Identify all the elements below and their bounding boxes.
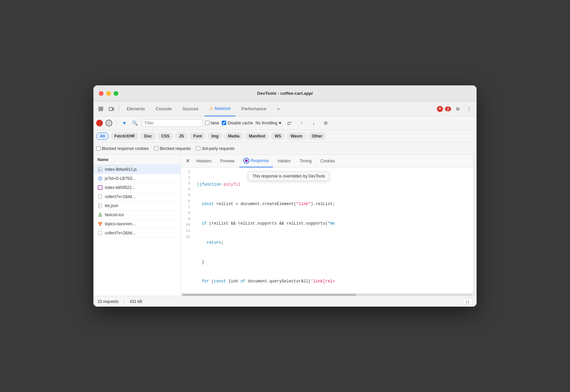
- js-icon: js: [97, 167, 103, 172]
- filter-media[interactable]: Media: [224, 132, 243, 140]
- svg-rect-6: [113, 108, 114, 110]
- inspector-icon[interactable]: [96, 104, 106, 114]
- preserve-log-label[interactable]: false: [205, 121, 219, 125]
- file-item-3[interactable]: collect?v=2&tid...: [93, 192, 180, 201]
- file-item-4[interactable]: {} list.json: [93, 201, 180, 210]
- filter-manifest[interactable]: Manifest: [245, 132, 269, 140]
- throttle-select[interactable]: No throttling ▼: [256, 121, 282, 125]
- line-num-9: 9: [185, 216, 190, 222]
- third-party-label[interactable]: 3rd-party requests: [196, 146, 234, 151]
- file-name-1: js?id=G-LB75G...: [105, 176, 136, 181]
- svg-point-7: [288, 124, 289, 125]
- minimize-button[interactable]: [106, 91, 111, 96]
- vertical-scrollbar[interactable]: [473, 155, 477, 296]
- error-count: 2: [445, 107, 451, 111]
- detail-tab-preview[interactable]: Preview: [216, 155, 239, 167]
- google-icon: [97, 176, 103, 181]
- clear-button[interactable]: ∅: [106, 120, 112, 126]
- tab-network[interactable]: ⚠ Network: [205, 102, 236, 116]
- warning-icon: ⚠: [209, 106, 213, 111]
- record-button[interactable]: [96, 120, 103, 126]
- svg-rect-15: [98, 195, 102, 199]
- svg-rect-1: [101, 107, 103, 109]
- filter-all[interactable]: All: [96, 132, 109, 140]
- svg-marker-18: [99, 213, 101, 216]
- svg-point-19: [98, 222, 100, 224]
- divider-1: [119, 106, 119, 112]
- network-conditions-icon[interactable]: [285, 118, 294, 128]
- tab-elements[interactable]: Elements: [122, 102, 150, 116]
- upload-icon[interactable]: ↑: [297, 118, 306, 128]
- detail-tab-headers[interactable]: Headers: [192, 155, 215, 167]
- blocked-requests-checkbox[interactable]: [154, 146, 158, 151]
- filter-other[interactable]: Other: [308, 132, 326, 140]
- detail-tab-response[interactable]: Response: [239, 155, 273, 167]
- tab-console[interactable]: Console: [151, 102, 176, 116]
- detail-tab-initiator[interactable]: Initiator: [274, 155, 295, 167]
- disable-cache-checkbox[interactable]: [222, 121, 226, 125]
- status-divider: [124, 299, 124, 304]
- filter-img[interactable]: Img: [208, 132, 222, 140]
- filter-css[interactable]: CSS: [158, 132, 173, 140]
- filter-ws[interactable]: WS: [271, 132, 285, 140]
- svg-point-21: [99, 224, 101, 226]
- file-item-0[interactable]: js index-8bfa4912.js: [93, 165, 180, 174]
- line-num-7: 7: [185, 204, 190, 210]
- response-record-icon: [243, 158, 249, 164]
- detail-close-button[interactable]: ✕: [184, 157, 192, 165]
- filter-fetch-xhr[interactable]: Fetch/XHR: [111, 132, 138, 140]
- format-button[interactable]: { }: [462, 298, 473, 305]
- preserve-log-checkbox[interactable]: [205, 121, 209, 125]
- file-item-6[interactable]: topics-taxonom...: [93, 220, 180, 229]
- svg-rect-2: [99, 109, 100, 111]
- tab-more[interactable]: »: [273, 102, 284, 116]
- line-numbers: 1 2 3 4 5 6 7 8 9 10 11 12: [181, 169, 194, 293]
- code-line-1: |(function polyfil: [197, 182, 335, 188]
- code-panel[interactable]: 1 2 3 4 5 6 7 8 9 10 11 12 |(funct: [181, 167, 473, 293]
- filter-wasm[interactable]: Wasm: [287, 132, 306, 140]
- blocked-cookies-label[interactable]: Blocked response cookies: [96, 146, 149, 151]
- network-settings-icon[interactable]: ⚙: [321, 118, 330, 128]
- svg-point-20: [100, 222, 102, 224]
- request-count: 10 requests: [97, 299, 119, 304]
- line-num-1: 1: [185, 169, 190, 175]
- third-party-checkbox[interactable]: [196, 146, 200, 151]
- file-item-1[interactable]: js?id=G-LB75G...: [93, 174, 180, 183]
- disable-cache-label[interactable]: Disable cache: [222, 121, 253, 125]
- file-item-7[interactable]: collect?v=2&tid...: [93, 229, 180, 238]
- more-options-icon[interactable]: ⋮: [464, 104, 474, 114]
- horizontal-scrollbar[interactable]: [181, 293, 473, 296]
- tab-performance[interactable]: Performance: [237, 102, 271, 116]
- blocked-cookies-checkbox[interactable]: [96, 146, 100, 151]
- tab-sources[interactable]: Sources: [178, 102, 203, 116]
- blocked-requests-label[interactable]: Blocked requests: [154, 146, 191, 151]
- filter-doc[interactable]: Doc: [140, 132, 156, 140]
- main-content: Name js index-8bfa4912.js js?id=G-LB75G.…: [93, 155, 477, 296]
- search-icon[interactable]: 🔍: [131, 120, 139, 126]
- file-item-5[interactable]: favicon.ico: [93, 210, 180, 220]
- file-item-2[interactable]: ✓ index-b859522...: [93, 183, 180, 192]
- filter-icon[interactable]: ▼: [121, 120, 128, 126]
- filter-js[interactable]: JS: [175, 132, 188, 140]
- download-icon[interactable]: ↓: [309, 118, 318, 128]
- code-line-5: }: [197, 259, 335, 266]
- filter-input[interactable]: [142, 119, 202, 127]
- line-num-3: 3: [185, 181, 190, 187]
- device-icon[interactable]: [107, 104, 116, 114]
- line-num-8: 8: [185, 210, 190, 216]
- purple-icon: ✓: [97, 185, 103, 190]
- maximize-button[interactable]: [114, 91, 118, 96]
- doc-icon-3: [97, 194, 103, 199]
- detail-tab-timing[interactable]: Timing: [295, 155, 316, 167]
- settings-icon[interactable]: ⚙: [453, 104, 462, 114]
- file-name-2: index-b859522...: [105, 185, 135, 190]
- filter-font[interactable]: Font: [190, 132, 206, 140]
- window-title: DevTools - coffee-cart.app/: [257, 91, 313, 96]
- detail-panel: ✕ Headers Preview Response Initiator: [181, 155, 473, 296]
- svg-line-23: [99, 224, 100, 224]
- detail-tab-cookies[interactable]: Cookies: [316, 155, 339, 167]
- devtools-tooltip: This response is overridden by DevTools: [248, 171, 329, 181]
- topics-icon: [97, 221, 103, 227]
- close-button[interactable]: [99, 91, 104, 96]
- devtools-toolbar: Elements Console Sources ⚠ Network Perfo…: [93, 102, 477, 116]
